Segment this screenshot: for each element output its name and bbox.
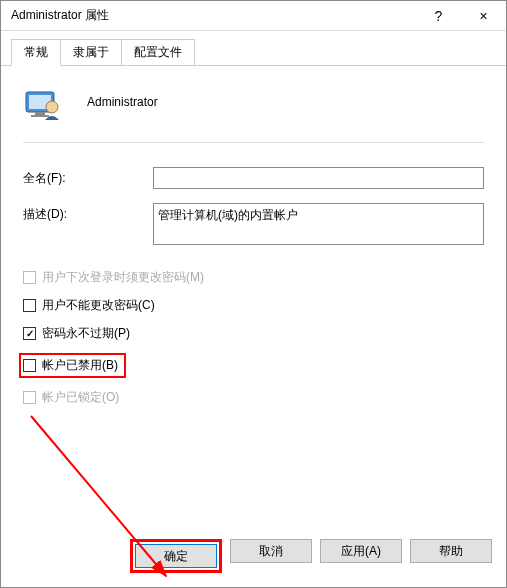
titlebar: Administrator 属性 ? ×: [1, 1, 506, 31]
description-input[interactable]: 管理计算机(域)的内置帐户: [153, 203, 484, 245]
tab-profile[interactable]: 配置文件: [121, 39, 195, 65]
check-locked: 帐户已锁定(O): [23, 389, 484, 406]
tab-general[interactable]: 常规: [11, 39, 61, 66]
check-neverexpire[interactable]: 密码永不过期(P): [23, 325, 484, 342]
check-cannotchange-label: 用户不能更改密码(C): [42, 297, 155, 314]
tab-memberof[interactable]: 隶属于: [60, 39, 122, 65]
apply-button[interactable]: 应用(A): [320, 539, 402, 563]
checkbox-group: 用户下次登录时须更改密码(M) 用户不能更改密码(C) 密码永不过期(P) 帐户…: [23, 269, 484, 406]
fullname-row: 全名(F):: [23, 167, 484, 189]
checkbox-icon: [23, 359, 36, 372]
user-header: Administrator: [23, 82, 484, 143]
tab-content: Administrator 全名(F): 描述(D): 管理计算机(域)的内置帐…: [1, 66, 506, 433]
check-mustchange-label: 用户下次登录时须更改密码(M): [42, 269, 204, 286]
fullname-input[interactable]: [153, 167, 484, 189]
checkbox-icon: [23, 271, 36, 284]
check-disabled-label: 帐户已禁用(B): [42, 357, 118, 374]
svg-point-4: [46, 101, 58, 113]
check-neverexpire-label: 密码永不过期(P): [42, 325, 130, 342]
description-label: 描述(D):: [23, 203, 153, 223]
highlight-ok: 确定: [130, 539, 222, 573]
close-button[interactable]: ×: [461, 1, 506, 30]
ok-button[interactable]: 确定: [135, 544, 217, 568]
window-title: Administrator 属性: [11, 7, 416, 24]
button-row: 确定 取消 应用(A) 帮助: [130, 539, 492, 573]
help-button[interactable]: ?: [416, 1, 461, 30]
fullname-label: 全名(F):: [23, 167, 153, 187]
check-locked-label: 帐户已锁定(O): [42, 389, 119, 406]
tab-strip: 常规 隶属于 配置文件: [1, 31, 506, 66]
check-disabled[interactable]: 帐户已禁用(B): [23, 357, 118, 374]
checkbox-icon: [23, 327, 36, 340]
user-name: Administrator: [87, 95, 158, 109]
check-mustchange: 用户下次登录时须更改密码(M): [23, 269, 484, 286]
description-row: 描述(D): 管理计算机(域)的内置帐户: [23, 203, 484, 245]
cancel-button[interactable]: 取消: [230, 539, 312, 563]
help-button-bottom[interactable]: 帮助: [410, 539, 492, 563]
checkbox-icon: [23, 299, 36, 312]
check-cannotchange[interactable]: 用户不能更改密码(C): [23, 297, 484, 314]
properties-dialog: Administrator 属性 ? × 常规 隶属于 配置文件 Adminis…: [0, 0, 507, 588]
svg-rect-3: [31, 115, 49, 117]
highlight-disabled: 帐户已禁用(B): [19, 353, 126, 378]
checkbox-icon: [23, 391, 36, 404]
user-icon: [23, 82, 63, 122]
svg-rect-2: [35, 112, 45, 115]
